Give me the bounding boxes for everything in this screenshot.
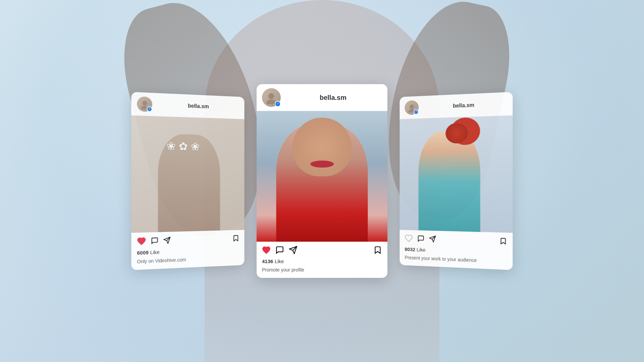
comment-button-right[interactable]	[417, 235, 424, 242]
like-button-left[interactable]	[137, 237, 146, 246]
username-left: bella.sm	[156, 102, 239, 111]
post-card-center: ✓ bella.sm	[257, 84, 387, 278]
share-button-left[interactable]	[163, 237, 171, 244]
avatar-right: ✓	[405, 100, 419, 115]
verified-badge-left: ✓	[147, 106, 152, 112]
username-right: bella.sm	[422, 101, 507, 110]
bookmark-button-left[interactable]	[232, 235, 239, 242]
caption-center: Promote your profile	[257, 266, 387, 278]
avatar-left: ✓	[137, 96, 152, 112]
svg-point-8	[410, 104, 414, 109]
post-image-left	[131, 115, 245, 233]
post-card-right: ✓ bella.sm	[399, 92, 513, 270]
like-button-center[interactable]	[262, 246, 271, 254]
post-card-left: ✓ bella.sm	[131, 92, 245, 270]
cards-container: ✓ bella.sm	[132, 84, 512, 278]
bookmark-button-right[interactable]	[499, 237, 507, 245]
share-button-right[interactable]	[429, 235, 436, 243]
card-header-center: ✓ bella.sm	[257, 84, 387, 111]
card-header-right: ✓ bella.sm	[399, 92, 513, 119]
like-button-right[interactable]	[405, 234, 413, 243]
post-image-right	[399, 115, 513, 233]
like-count-center: 4136 Like	[257, 258, 387, 266]
card-actions-center	[257, 242, 387, 258]
verified-badge-right: ✓	[414, 109, 419, 115]
svg-point-0	[142, 101, 147, 106]
post-image-center	[257, 111, 387, 242]
verified-badge-center: ✓	[275, 101, 281, 107]
share-button-center[interactable]	[289, 246, 298, 254]
comment-button-left[interactable]	[151, 237, 159, 245]
username-center: bella.sm	[284, 94, 382, 102]
avatar-center: ✓	[262, 88, 281, 107]
svg-point-4	[268, 93, 274, 99]
comment-button-center[interactable]	[275, 246, 284, 254]
card-header-left: ✓ bella.sm	[131, 92, 245, 119]
bookmark-button-center[interactable]	[373, 246, 382, 254]
